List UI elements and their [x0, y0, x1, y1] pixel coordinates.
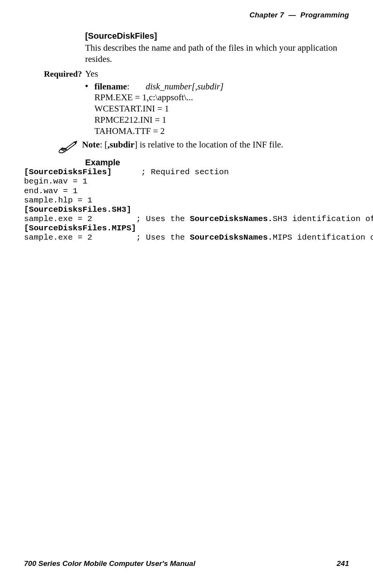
code-line: sample.exe = 2 ; Uses the: [24, 214, 190, 223]
section-description: This describes the name and path of the …: [85, 43, 349, 65]
bullet-dot-icon: •: [85, 81, 94, 93]
filename-line: WCESTART.INI = 1: [94, 103, 349, 115]
note-row: Note: [,subdir] is relative to the locat…: [24, 140, 349, 154]
header-chapter: Chapter: [250, 11, 278, 19]
section-heading: [SourceDiskFiles]: [85, 31, 349, 41]
code-line: SourceDisksNames.: [190, 214, 272, 223]
code-line: sample.exe = 2 ; Uses the: [24, 233, 190, 242]
code-block: [SourceDisksFiles] ; Required section be…: [24, 168, 349, 242]
required-value: Yes: [85, 69, 98, 79]
header-chapter-num: 7: [280, 11, 284, 19]
code-line: SourceDisksNames.: [190, 233, 272, 242]
page: Chapter 7 — Programming [SourceDiskFiles…: [0, 0, 373, 588]
filename-line: TAHOMA.TTF = 2: [94, 126, 349, 137]
code-line: [SourceDisksFiles.SH3]: [24, 205, 131, 214]
example-heading: Example: [85, 158, 349, 168]
filename-label: filename: [94, 82, 127, 91]
code-line: sample.hlp = 1: [24, 196, 92, 205]
code-line: MIPS identification of 2.: [273, 233, 373, 242]
filename-syntax: disk_number[,subdir]: [145, 82, 223, 91]
running-header: Chapter 7 — Programming: [250, 11, 349, 19]
note-icon-container: [24, 140, 82, 154]
filename-line: RPMCE212.INI = 1: [94, 115, 349, 126]
footer-manual: 700 Series Color Mobile Computer User's …: [24, 559, 195, 568]
footer: 700 Series Color Mobile Computer User's …: [24, 559, 349, 568]
code-line: [SourceDisksFiles.MIPS]: [24, 224, 136, 233]
code-line: SH3 identification of 2.: [273, 214, 373, 223]
filename-line: RPM.EXE = 1,c:\appsoft\...: [94, 92, 349, 103]
required-label: Required?: [24, 69, 85, 79]
note-bold: ,subdir: [108, 140, 135, 149]
code-line: end.wav = 1: [24, 187, 78, 195]
required-row: Required? Yes: [24, 69, 349, 79]
note-icon: [57, 140, 79, 154]
header-sep: —: [289, 11, 296, 19]
filename-examples: RPM.EXE = 1,c:\appsoft\... WCESTART.INI …: [94, 92, 349, 137]
note-body-post: ] is relative to the location of the INF…: [134, 140, 283, 149]
note-text: Note: [,subdir] is relative to the locat…: [82, 140, 283, 150]
bullet-block: • filename: disk_number[,subdir] RPM.EXE…: [85, 81, 349, 137]
footer-page: 241: [337, 559, 349, 568]
note-body-pre: : [: [100, 140, 108, 149]
header-title: Programming: [300, 11, 349, 19]
bullet-body: filename: disk_number[,subdir]: [94, 81, 349, 93]
main-content: [SourceDiskFiles] This describes the nam…: [24, 31, 349, 242]
code-line: ; Required section: [112, 168, 229, 177]
bullet-first-line: • filename: disk_number[,subdir]: [85, 81, 349, 93]
filename-colon: :: [127, 82, 129, 91]
code-line: begin.wav = 1: [24, 177, 87, 186]
note-label: Note: [82, 140, 100, 149]
code-line: [SourceDisksFiles]: [24, 168, 112, 177]
